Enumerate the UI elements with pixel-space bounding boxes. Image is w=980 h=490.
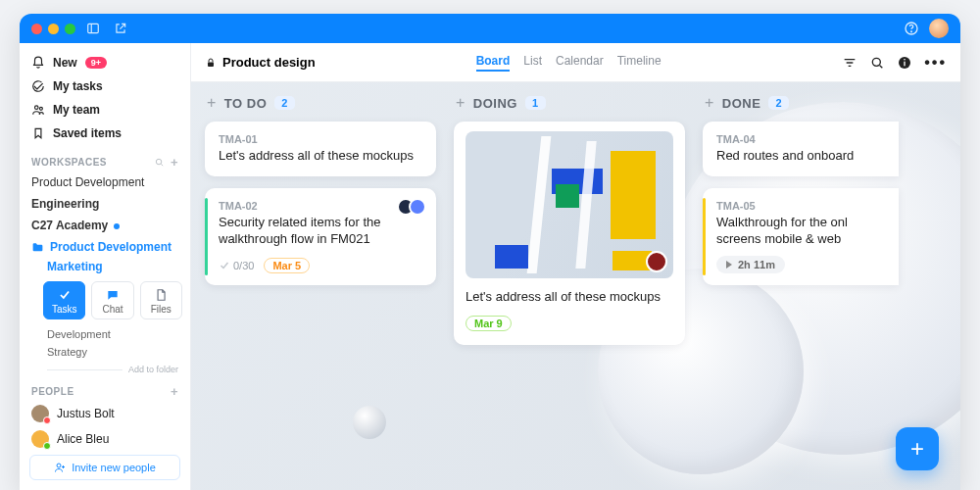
my-tasks-link[interactable]: My tasks [29, 74, 180, 98]
new-label: New [53, 56, 77, 70]
new-button[interactable]: New 9+ [29, 51, 180, 74]
assignee-avatar[interactable] [409, 198, 426, 216]
column-title: DONE [722, 96, 761, 111]
chat-icon [106, 288, 120, 302]
add-fab[interactable]: + [896, 427, 939, 470]
column-title: TO DO [224, 96, 267, 111]
search-icon[interactable] [869, 55, 885, 71]
title-bar [20, 14, 960, 43]
sidebar-subitem[interactable]: Strategy [20, 343, 190, 361]
task-id: TMA-02 [219, 200, 422, 212]
svg-point-7 [57, 464, 61, 467]
tasks-tab[interactable]: Tasks [43, 281, 85, 319]
svg-point-3 [911, 31, 912, 32]
column-done: +DONE2 TMA-04 Red routes and onboard TMA… [703, 94, 899, 297]
column-count: 2 [768, 96, 789, 110]
add-card-icon[interactable]: + [705, 94, 714, 112]
chat-tab[interactable]: Chat [91, 281, 133, 319]
person-item[interactable]: Justus Bolt [20, 401, 190, 426]
sidebar: New 9+ My tasks My team Saved items WORK… [20, 43, 191, 490]
window-controls[interactable] [31, 24, 75, 34]
check-icon [58, 288, 72, 302]
info-icon[interactable] [897, 55, 912, 71]
main-header: Product design Board List Calendar Timel… [191, 43, 960, 82]
column-todo: +TO DO2 TMA-01 Let's address all of thes… [205, 94, 436, 297]
sidebar-toggle-icon[interactable] [83, 19, 103, 38]
main-area: Product design Board List Calendar Timel… [191, 43, 960, 490]
task-card[interactable]: TMA-05 Walkthrough for the onl screens m… [703, 188, 899, 285]
more-menu-icon[interactable]: ••• [924, 54, 947, 72]
view-tab-timeline[interactable]: Timeline [617, 54, 662, 72]
task-card[interactable]: TMA-04 Red routes and onboard [703, 122, 899, 176]
svg-point-5 [39, 107, 42, 110]
svg-rect-0 [88, 24, 99, 32]
folder-item[interactable]: Product Development [20, 236, 190, 258]
svg-rect-14 [905, 61, 906, 66]
svg-rect-15 [905, 59, 906, 60]
task-card[interactable]: Let's address all of these mockups Mar 9 [454, 122, 685, 345]
files-tab[interactable]: Files [140, 281, 182, 319]
view-tab-calendar[interactable]: Calendar [556, 54, 604, 72]
search-icon[interactable] [154, 157, 165, 168]
svg-rect-8 [208, 62, 214, 67]
column-doing: +DOING1 Let's address all of th [454, 94, 685, 357]
add-person-icon[interactable]: + [171, 386, 178, 397]
task-id: TMA-04 [716, 133, 885, 145]
view-tabs: Board List Calendar Timeline [476, 54, 662, 72]
sidebar-subitem[interactable]: Development [20, 325, 190, 343]
task-title: Let's address all of these mockups [219, 147, 422, 165]
saved-items-link[interactable]: Saved items [29, 122, 180, 145]
view-tab-list[interactable]: List [523, 54, 542, 72]
svg-point-4 [35, 106, 39, 110]
subfolder-item[interactable]: Marketing [20, 258, 190, 275]
my-team-link[interactable]: My team [29, 98, 180, 122]
user-avatar[interactable] [929, 19, 949, 38]
svg-point-12 [873, 58, 881, 66]
task-title: Walkthrough for the onl screens mobile &… [716, 214, 885, 248]
help-icon[interactable] [902, 19, 921, 38]
priority-stripe [703, 198, 706, 275]
task-card[interactable]: TMA-01 Let's address all of these mockup… [205, 122, 436, 176]
add-folder-hint[interactable]: Add to folder [20, 361, 190, 378]
play-icon [726, 261, 732, 269]
add-workspace-icon[interactable]: + [171, 157, 178, 168]
maximize-window-icon[interactable] [65, 24, 75, 34]
workspaces-section-title: WORKSPACES + [20, 149, 190, 172]
svg-point-6 [156, 159, 162, 165]
column-count: 1 [525, 96, 546, 110]
lock-icon [205, 57, 217, 69]
team-icon [31, 103, 45, 117]
add-card-icon[interactable]: + [456, 94, 466, 112]
time-tracker[interactable]: 2h 11m [716, 256, 785, 273]
minimize-window-icon[interactable] [48, 24, 59, 34]
folder-icon [31, 241, 44, 254]
invite-button[interactable]: Invite new people [29, 455, 180, 480]
task-title: Security related items for the walkthrou… [219, 214, 422, 248]
column-count: 2 [274, 96, 295, 110]
workspace-item[interactable]: Product Development [20, 172, 190, 193]
open-external-icon[interactable] [111, 19, 130, 38]
task-card[interactable]: TMA-02 Security related items for the wa… [205, 188, 436, 285]
view-tab-board[interactable]: Board [476, 54, 511, 72]
file-icon [154, 288, 168, 302]
filter-icon[interactable] [842, 55, 858, 71]
priority-stripe [205, 198, 208, 275]
workspace-item[interactable]: Engineering [20, 193, 190, 215]
check-circle-icon [31, 79, 45, 93]
assignee-avatar[interactable] [646, 251, 667, 272]
add-card-icon[interactable]: + [207, 94, 217, 112]
kanban-board: +TO DO2 TMA-01 Let's address all of thes… [191, 82, 960, 490]
new-count-badge: 9+ [85, 57, 107, 69]
person-add-icon [54, 462, 66, 473]
workspace-item[interactable]: C27 Academy [20, 215, 190, 236]
bookmark-icon [31, 126, 45, 140]
person-item[interactable]: Alice Bleu [20, 426, 190, 452]
due-date-pill: Mar 5 [264, 258, 310, 273]
progress-text: 0/30 [219, 260, 254, 271]
assignee-stack [403, 198, 426, 216]
column-title: DOING [473, 96, 517, 111]
close-window-icon[interactable] [31, 24, 42, 34]
task-id: TMA-01 [219, 133, 422, 145]
bell-icon [31, 56, 45, 70]
plus-icon: + [910, 435, 924, 463]
